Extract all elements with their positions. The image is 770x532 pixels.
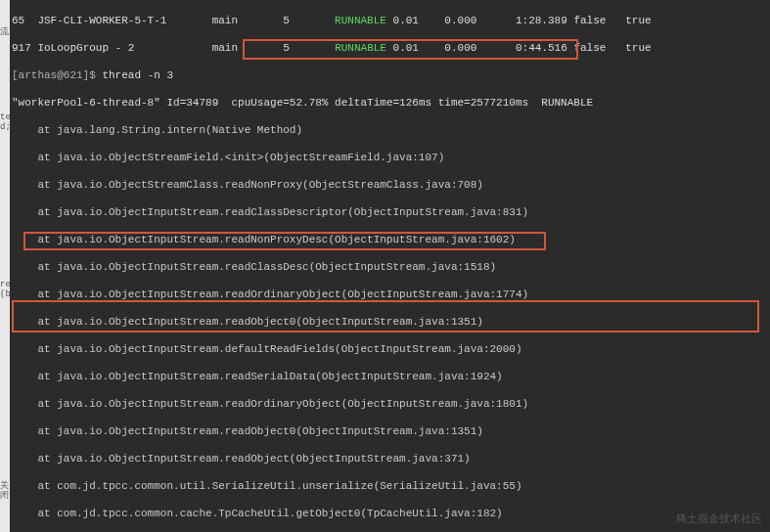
thread-header: "workerPool-6-thread-8" Id=34789 cpuUsag…	[12, 96, 768, 110]
gutter-fragment: 关闭	[0, 481, 10, 501]
terminal-output[interactable]: 65 JSF-CLI-WORKER-5-T-1 main 5 RUNNABLE …	[10, 0, 770, 532]
prompt-line[interactable]: [arthas@621]$ thread -n 3	[12, 68, 768, 82]
stack-frame: at com.jd.tpcc.common.cache.TpCacheUtil.…	[12, 507, 768, 520]
stack-frame: at java.io.ObjectInputStream.readObject0…	[12, 315, 768, 329]
stack-frame: at java.io.ObjectInputStream.defaultRead…	[12, 342, 768, 356]
stack-frame: at java.io.ObjectInputStream.readOrdinar…	[12, 397, 768, 411]
watermark-text: 稀土掘金技术社区	[676, 511, 762, 526]
stack-frame: at java.io.ObjectStreamClass.readNonProx…	[12, 178, 768, 192]
stack-frame: at java.io.ObjectInputStream.readOrdinar…	[12, 288, 768, 301]
stack-frame: at java.io.ObjectInputStream.readClassDe…	[12, 205, 768, 219]
gutter-fragment: ream (bai	[0, 280, 10, 299]
stack-frame: at java.io.ObjectInputStream.readClassDe…	[12, 260, 768, 274]
gutter-fragment: te[] d;	[0, 112, 10, 132]
thread-table-row: 917 IoLoopGroup - 2 main 5 RUNNABLE 0.01…	[12, 41, 768, 55]
stack-frame: at java.lang.String.intern(Native Method…	[12, 123, 768, 137]
thread-table-row: 65 JSF-CLI-WORKER-5-T-1 main 5 RUNNABLE …	[12, 14, 768, 27]
thread-stats: cpuUsage=52.78% deltaTime=126ms time=257…	[231, 97, 528, 109]
stack-frame: at java.io.ObjectInputStream.readSerialD…	[12, 370, 768, 383]
stack-frame-serialize: at com.jd.tpcc.common.util.SerializeUtil…	[12, 479, 768, 493]
stack-frame: at java.io.ObjectInputStream.readObject(…	[12, 452, 768, 466]
stack-frame: at java.io.ObjectInputStream.readNonProx…	[12, 233, 768, 246]
gutter-fragment: 流	[0, 27, 10, 37]
stack-frame: at java.io.ObjectInputStream.readObject0…	[12, 424, 768, 438]
stack-frame: at java.io.ObjectStreamField.<init>(Obje…	[12, 151, 768, 164]
